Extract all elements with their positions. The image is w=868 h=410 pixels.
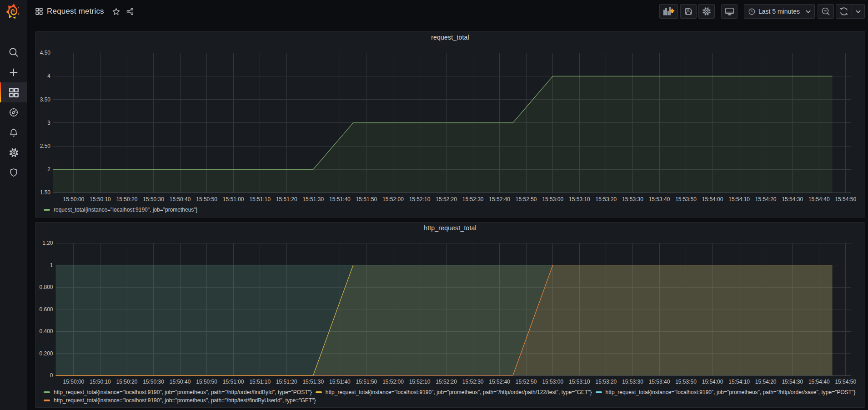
- svg-text:15:50:40: 15:50:40: [170, 379, 191, 385]
- svg-text:15:53:50: 15:53:50: [675, 379, 697, 385]
- svg-text:15:51:50: 15:51:50: [356, 196, 377, 202]
- svg-text:15:54:20: 15:54:20: [755, 379, 777, 385]
- svg-text:2.50: 2.50: [40, 143, 51, 149]
- svg-text:15:51:50: 15:51:50: [356, 379, 377, 385]
- svg-text:15:52:00: 15:52:00: [382, 196, 404, 202]
- svg-text:15:53:20: 15:53:20: [596, 196, 617, 202]
- svg-text:1.20: 1.20: [42, 240, 53, 246]
- svg-text:15:51:30: 15:51:30: [302, 196, 324, 202]
- svg-text:15:53:10: 15:53:10: [569, 196, 590, 202]
- svg-text:15:51:20: 15:51:20: [276, 196, 297, 202]
- svg-text:15:52:50: 15:52:50: [516, 379, 537, 385]
- svg-text:4.50: 4.50: [40, 50, 51, 56]
- svg-text:15:51:40: 15:51:40: [329, 196, 351, 202]
- svg-text:15:52:10: 15:52:10: [409, 196, 431, 202]
- svg-text:15:51:30: 15:51:30: [302, 379, 324, 385]
- svg-text:1.50: 1.50: [40, 189, 51, 196]
- svg-text:0.400: 0.400: [39, 328, 53, 334]
- svg-text:15:53:00: 15:53:00: [542, 379, 563, 385]
- svg-text:15:50:10: 15:50:10: [90, 196, 111, 202]
- svg-text:15:54:50: 15:54:50: [835, 379, 856, 385]
- svg-text:15:51:20: 15:51:20: [276, 379, 297, 385]
- svg-text:15:53:20: 15:53:20: [596, 379, 617, 385]
- svg-text:0.800: 0.800: [39, 284, 53, 290]
- svg-text:1: 1: [50, 262, 53, 268]
- svg-text:15:53:30: 15:53:30: [622, 379, 643, 385]
- svg-text:15:54:20: 15:54:20: [755, 196, 777, 202]
- svg-text:15:51:00: 15:51:00: [223, 379, 244, 385]
- svg-text:15:54:10: 15:54:10: [728, 196, 750, 202]
- svg-text:15:52:20: 15:52:20: [436, 196, 457, 202]
- svg-text:15:50:50: 15:50:50: [196, 196, 217, 202]
- svg-text:15:53:00: 15:53:00: [542, 196, 563, 202]
- svg-text:0.200: 0.200: [39, 350, 53, 357]
- svg-text:15:51:40: 15:51:40: [329, 379, 351, 385]
- svg-text:15:52:30: 15:52:30: [462, 196, 484, 202]
- svg-text:2: 2: [47, 166, 50, 172]
- svg-text:3: 3: [47, 120, 50, 126]
- svg-text:15:52:00: 15:52:00: [382, 379, 404, 385]
- svg-text:15:53:50: 15:53:50: [675, 196, 697, 202]
- svg-text:15:50:40: 15:50:40: [170, 196, 191, 202]
- svg-text:15:54:40: 15:54:40: [808, 379, 830, 385]
- svg-text:15:52:40: 15:52:40: [489, 379, 510, 385]
- svg-text:15:54:10: 15:54:10: [728, 379, 750, 385]
- svg-text:0: 0: [50, 372, 53, 379]
- svg-text:15:51:10: 15:51:10: [249, 196, 271, 202]
- svg-text:15:50:50: 15:50:50: [196, 379, 217, 385]
- svg-text:15:52:10: 15:52:10: [409, 379, 431, 385]
- svg-text:15:53:10: 15:53:10: [569, 379, 590, 385]
- svg-text:15:52:40: 15:52:40: [489, 196, 510, 202]
- svg-text:15:52:30: 15:52:30: [462, 379, 484, 385]
- svg-text:15:50:20: 15:50:20: [116, 196, 138, 202]
- svg-text:15:54:30: 15:54:30: [782, 379, 803, 385]
- svg-text:15:54:50: 15:54:50: [835, 196, 856, 202]
- svg-text:0.600: 0.600: [39, 306, 53, 313]
- svg-text:15:53:40: 15:53:40: [649, 196, 670, 202]
- svg-text:15:51:10: 15:51:10: [249, 379, 271, 385]
- svg-text:15:54:40: 15:54:40: [808, 196, 830, 202]
- svg-text:15:54:00: 15:54:00: [702, 379, 723, 385]
- svg-text:15:52:20: 15:52:20: [436, 379, 457, 385]
- svg-text:15:54:30: 15:54:30: [782, 196, 803, 202]
- svg-text:15:53:30: 15:53:30: [622, 196, 643, 202]
- svg-text:15:50:00: 15:50:00: [63, 379, 85, 385]
- svg-text:15:50:20: 15:50:20: [116, 379, 138, 385]
- svg-text:15:51:00: 15:51:00: [223, 196, 244, 202]
- svg-text:15:50:00: 15:50:00: [63, 196, 85, 202]
- svg-text:15:52:50: 15:52:50: [516, 196, 537, 202]
- svg-text:4: 4: [47, 73, 50, 79]
- svg-text:3.50: 3.50: [40, 96, 51, 103]
- svg-text:15:50:10: 15:50:10: [90, 379, 111, 385]
- svg-text:15:54:00: 15:54:00: [702, 196, 723, 202]
- svg-text:15:53:40: 15:53:40: [649, 379, 670, 385]
- svg-text:15:50:30: 15:50:30: [143, 379, 164, 385]
- svg-text:15:50:30: 15:50:30: [143, 196, 164, 202]
